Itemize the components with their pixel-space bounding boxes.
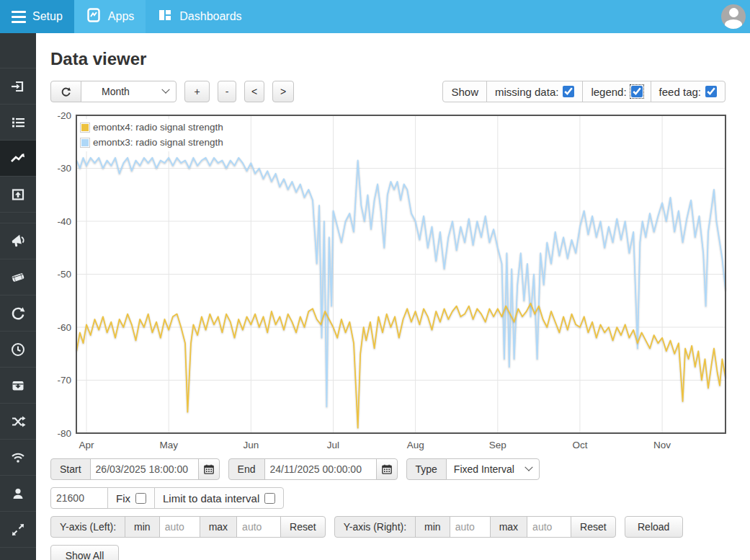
- tab-setup[interactable]: Setup: [0, 0, 74, 33]
- sidebar-item-graphs[interactable]: [0, 141, 36, 177]
- end-group: End: [228, 458, 398, 480]
- end-datetime-input[interactable]: [264, 458, 377, 480]
- toggle-feed-tag[interactable]: feed tag:: [651, 81, 726, 102]
- sidebar-item-backup[interactable]: [0, 368, 36, 404]
- svg-text:Nov: Nov: [653, 440, 671, 450]
- sidebar-item-feeds[interactable]: [0, 105, 36, 141]
- end-calendar-button[interactable]: [376, 458, 398, 480]
- yaxis-right-reset-button[interactable]: Reset: [571, 516, 616, 538]
- apps-icon: [86, 7, 102, 26]
- chevron-down-icon: [524, 463, 532, 471]
- zoom-in-button[interactable]: +: [184, 81, 210, 102]
- menu-icon: [12, 11, 26, 23]
- sidebar-item-announcements[interactable]: [0, 223, 36, 259]
- dashboards-icon: [157, 7, 173, 26]
- toggle-legend[interactable]: legend:: [582, 81, 651, 102]
- yaxis-left-max-label: max: [200, 516, 237, 538]
- upload-box-icon: [10, 187, 26, 203]
- interval-select-value: Month: [102, 86, 130, 97]
- limit-toggle[interactable]: Limit to data interval: [154, 487, 284, 509]
- sidebar-item-wifi[interactable]: [0, 440, 36, 476]
- svg-text:-80: -80: [57, 428, 71, 439]
- chart[interactable]: -20-30-40-50-60-70-80AprMayJunJulAugSepO…: [48, 112, 728, 451]
- type-select[interactable]: Fixed Interval: [446, 458, 540, 480]
- yaxis-right-group: Y-axis (Right): min max Reset: [334, 516, 616, 538]
- start-datetime-input[interactable]: [90, 458, 199, 480]
- sidebar-item-sync[interactable]: [0, 295, 36, 332]
- yaxis-right-max-input[interactable]: [527, 516, 571, 538]
- main-content: Data viewer Month + - < > Show missing d…: [36, 33, 750, 560]
- legend-item: emontx3: radio signal strength: [80, 135, 223, 150]
- chart-legend: emontx4: radio signal strength emontx3: …: [79, 119, 226, 151]
- limit-checkbox[interactable]: [264, 493, 275, 504]
- yaxis-left-label: Y-axis (Left):: [50, 516, 125, 538]
- sidebar-item-visualisation[interactable]: [0, 177, 36, 213]
- interval-input[interactable]: [50, 487, 108, 509]
- type-select-value: Fixed Interval: [454, 463, 514, 475]
- left-sidebar: [0, 33, 36, 560]
- show-all-button[interactable]: Show All: [50, 545, 119, 560]
- series-label: emontx3: radio signal strength: [93, 137, 223, 148]
- clock-icon: [10, 342, 26, 357]
- sidebar-item-inputs[interactable]: [0, 68, 36, 105]
- yaxis-left-group: Y-axis (Left): min max Reset: [50, 516, 326, 538]
- refresh-button[interactable]: [50, 81, 81, 102]
- reload-button[interactable]: Reload: [625, 516, 683, 538]
- missing-data-checkbox[interactable]: [563, 86, 574, 97]
- yaxis-left-min-input[interactable]: [159, 516, 200, 538]
- yaxis-left-max-input[interactable]: [236, 516, 281, 538]
- yaxis-right-label: Y-axis (Right):: [334, 516, 416, 538]
- tab-setup-label: Setup: [32, 10, 63, 23]
- tab-apps[interactable]: Apps: [74, 0, 146, 33]
- svg-text:Jun: Jun: [243, 440, 259, 450]
- eraser-icon: [9, 269, 27, 286]
- user-avatar[interactable]: [721, 4, 746, 29]
- pan-left-button[interactable]: <: [244, 81, 264, 102]
- series-swatch-emontx4: [80, 123, 90, 133]
- redo-icon: [9, 305, 27, 322]
- toggle-missing-data[interactable]: missing data:: [486, 81, 583, 102]
- svg-text:-30: -30: [57, 163, 71, 174]
- start-group: Start: [50, 458, 220, 480]
- start-calendar-button[interactable]: [198, 458, 220, 480]
- feeds-list-icon: [10, 115, 26, 130]
- svg-text:-50: -50: [57, 269, 71, 280]
- calendar-icon: [204, 464, 214, 474]
- sidebar-blank: [0, 33, 36, 68]
- yaxis-left-reset-button[interactable]: Reset: [280, 516, 326, 538]
- tab-dashboards[interactable]: Dashboards: [146, 0, 253, 33]
- signin-input-icon: [10, 79, 26, 94]
- calendar-icon: [382, 464, 392, 474]
- start-label: Start: [50, 458, 91, 480]
- megaphone-icon: [9, 233, 27, 250]
- zoom-out-button[interactable]: -: [218, 81, 236, 102]
- sidebar-item-account[interactable]: [0, 476, 36, 512]
- fix-checkbox[interactable]: [135, 493, 146, 504]
- svg-text:Jul: Jul: [327, 440, 339, 450]
- pan-right-button[interactable]: >: [272, 81, 294, 102]
- series-label: emontx4: radio signal strength: [93, 122, 223, 133]
- top-navbar: Setup Apps Dashboards: [0, 0, 750, 33]
- expand-icon: [10, 522, 26, 538]
- fix-toggle[interactable]: Fix: [107, 487, 155, 509]
- archive-download-icon: [10, 378, 26, 394]
- svg-text:May: May: [159, 440, 178, 450]
- feed-tag-checkbox[interactable]: [705, 86, 717, 97]
- interval-select[interactable]: Month: [81, 81, 177, 102]
- svg-text:Aug: Aug: [407, 440, 424, 450]
- interval-group: Fix Limit to data interval: [50, 487, 284, 509]
- yaxis-right-min-input[interactable]: [450, 516, 491, 538]
- yaxis-left-min-label: min: [125, 516, 160, 538]
- shuffle-icon: [10, 414, 26, 430]
- sidebar-item-database[interactable]: [0, 259, 36, 295]
- sidebar-item-postprocess[interactable]: [0, 404, 36, 440]
- svg-text:Sep: Sep: [489, 440, 506, 450]
- legend-checkbox[interactable]: [631, 86, 643, 97]
- sidebar-item-fullscreen[interactable]: [0, 512, 36, 548]
- show-label: Show: [442, 81, 487, 102]
- yaxis-right-min-label: min: [415, 516, 450, 538]
- svg-text:-60: -60: [57, 322, 71, 333]
- svg-text:-70: -70: [57, 375, 71, 386]
- sidebar-item-schedule[interactable]: [0, 332, 36, 368]
- svg-text:-40: -40: [57, 216, 71, 227]
